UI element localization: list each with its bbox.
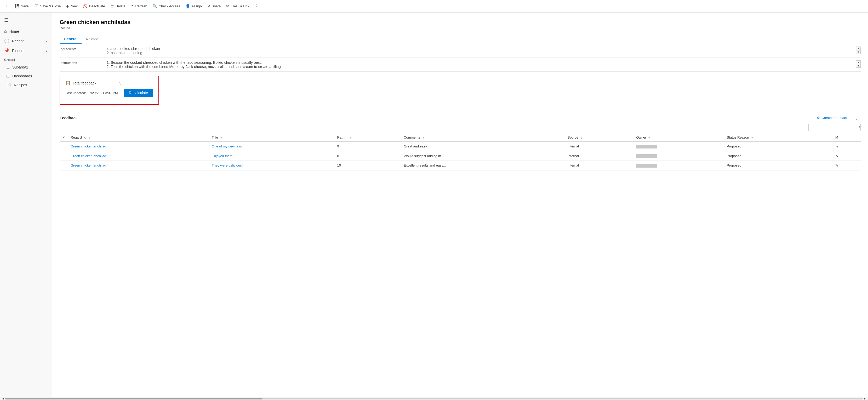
- subarea1-icon: ☰: [6, 65, 10, 69]
- back-button[interactable]: ←: [2, 2, 12, 10]
- check-access-label: Check Access: [159, 4, 180, 8]
- horizontal-scrollbar[interactable]: ◀ ▶: [0, 397, 868, 400]
- table-col-rating[interactable]: Rat... ↑ ∨: [335, 133, 401, 142]
- record-title: Green chicken enchiladas: [60, 19, 861, 26]
- table-col-regarding[interactable]: Regarding ∨: [68, 133, 209, 142]
- instructions-scroll-down-arrow[interactable]: ▼: [856, 64, 861, 68]
- more-options-button[interactable]: ⋮: [252, 2, 261, 11]
- ingredients-label: Ingredients: [60, 47, 107, 51]
- scroll-track[interactable]: [5, 398, 863, 399]
- comments-sort-icon: ∨: [422, 136, 424, 139]
- hamburger-button[interactable]: ☰: [0, 14, 52, 26]
- table-row: Green chicken enchilad One of my new fav…: [60, 142, 861, 151]
- table-header-row: ✓ Regarding ∨ Title ∨ Rat... ↑ ∨: [60, 133, 861, 142]
- instructions-text: 1. Season the cooked shredded chicken wi…: [107, 60, 281, 69]
- feedback-section-title: Feedback: [60, 116, 78, 120]
- save-close-button[interactable]: 📋 Save & Close: [31, 2, 64, 10]
- instructions-scroll-up-arrow[interactable]: ▲: [856, 60, 861, 64]
- instructions-label: Instructions: [60, 60, 107, 65]
- feedback-card-title: Total feedback: [73, 81, 96, 85]
- tab-general[interactable]: General: [60, 34, 82, 44]
- table-col-status-reason[interactable]: Status Reason ∨: [724, 133, 833, 142]
- sidebar-item-subarea1-label: Subarea1: [12, 65, 28, 69]
- table-col-comments[interactable]: Comments ∨: [401, 133, 565, 142]
- title-col-label: Title: [212, 135, 218, 140]
- table-col-source[interactable]: Source ∨: [565, 133, 634, 142]
- check-access-button[interactable]: 🔍 Check Access: [150, 2, 183, 10]
- sidebar-item-pinned-label: Pinned: [12, 49, 24, 53]
- sidebar: ☰ ⌂ Home 🕐 Recent ∨ 📌 Pinned ∨ Group1 ☰ …: [0, 12, 52, 397]
- scroll-right-button[interactable]: ▶: [863, 397, 867, 400]
- recent-icon: 🕐: [4, 38, 9, 43]
- sidebar-item-subarea1[interactable]: ☰ Subarea1: [0, 63, 52, 72]
- sidebar-item-recipes-label: Recipes: [14, 83, 27, 87]
- row1-owner: [633, 142, 724, 151]
- create-feedback-button[interactable]: ⚙ Create Feedback: [815, 115, 850, 121]
- owner-sort-icon: ∨: [648, 136, 650, 139]
- row2-title-link[interactable]: Enjoyed them: [212, 154, 233, 158]
- feedback-card-icon: 📋: [65, 81, 70, 86]
- ingredients-value: 4 cups cooked shredded chicken 2 tbsp ta…: [107, 47, 861, 55]
- create-feedback-label: Create Feedback: [822, 116, 847, 120]
- delete-button[interactable]: 🗑 Delete: [108, 2, 128, 10]
- scroll-left-button[interactable]: ◀: [1, 397, 5, 400]
- assign-button[interactable]: 👤 Assign: [183, 2, 205, 10]
- source-sort-icon: ∨: [581, 136, 582, 139]
- new-icon: ✚: [66, 4, 69, 9]
- row2-regarding-link[interactable]: Green chicken enchilad: [70, 154, 106, 158]
- row1-source: Internal: [565, 142, 634, 151]
- row3-regarding-link[interactable]: Green chicken enchilad: [70, 163, 106, 167]
- recalculate-button[interactable]: Recalculate: [124, 89, 153, 97]
- row2-m: 7/: [833, 151, 861, 161]
- table-row: Green chicken enchilad Enjoyed them 8 Wo…: [60, 151, 861, 161]
- row1-title-link[interactable]: One of my new favs: [212, 144, 242, 148]
- sidebar-item-recent[interactable]: 🕐 Recent ∨: [0, 36, 52, 46]
- instructions-scroll-arrows: ▲ ▼: [856, 60, 861, 68]
- deactivate-button[interactable]: 🚫 Deactivate: [80, 2, 107, 10]
- table-col-title[interactable]: Title ∨: [209, 133, 335, 142]
- feedback-count: 3: [119, 81, 121, 85]
- deactivate-icon: 🚫: [83, 4, 88, 9]
- sidebar-item-dashboards-label: Dashboards: [12, 74, 32, 78]
- recent-chevron-icon: ∨: [45, 39, 48, 43]
- row3-owner: [633, 161, 724, 171]
- row3-title-link[interactable]: They were delicious!: [212, 163, 243, 167]
- m-col-label: M: [835, 135, 838, 140]
- refresh-label: Refresh: [135, 4, 147, 8]
- email-link-label: Email a Link: [230, 4, 249, 8]
- row1-status-reason: Proposed: [724, 142, 833, 151]
- refresh-button[interactable]: ↺ Refresh: [128, 2, 150, 10]
- sidebar-item-pinned[interactable]: 📌 Pinned ∨: [0, 46, 52, 55]
- sidebar-item-recipes[interactable]: 📄 Recipes: [0, 81, 52, 89]
- tabs-container: General Related: [60, 34, 861, 44]
- row1-regarding: Green chicken enchilad: [68, 142, 209, 151]
- row1-m: 7/: [833, 142, 861, 151]
- home-icon: ⌂: [4, 29, 7, 34]
- share-button[interactable]: ↗ Share: [205, 2, 223, 10]
- form-section: Ingredients 4 cups cooked shredded chick…: [60, 44, 861, 72]
- owner-col-label: Owner: [636, 135, 646, 140]
- scroll-up-arrow[interactable]: ▲: [856, 47, 861, 50]
- assign-label: Assign: [192, 4, 202, 8]
- email-link-button[interactable]: ✉ Email a Link: [223, 2, 252, 10]
- scroll-down-arrow[interactable]: ▼: [856, 50, 861, 54]
- row2-check: [60, 151, 68, 161]
- sidebar-item-dashboards[interactable]: ⊞ Dashboards: [0, 72, 52, 81]
- row1-regarding-link[interactable]: Green chicken enchilad: [70, 144, 106, 148]
- new-button[interactable]: ✚ New: [63, 2, 80, 10]
- feedback-section: Feedback ⚙ Create Feedback ⋮ 🔍: [60, 111, 861, 171]
- save-button[interactable]: 💾 Save: [12, 2, 31, 10]
- share-icon: ↗: [207, 4, 211, 9]
- row2-rating: 8: [335, 151, 401, 161]
- table-col-check[interactable]: ✓: [60, 133, 68, 142]
- rating-sort-icons: ↑ ∨: [347, 136, 351, 139]
- record-subtitle: Recipe: [60, 26, 861, 30]
- feedback-card-header: 📋 Total feedback 3: [65, 81, 153, 86]
- table-col-owner[interactable]: Owner ∨: [633, 133, 724, 142]
- feedback-card: 📋 Total feedback 3 Last updated: 7/29/20…: [60, 76, 159, 105]
- sidebar-item-home[interactable]: ⌂ Home: [0, 27, 52, 36]
- feedback-more-button[interactable]: ⋮: [853, 114, 861, 122]
- search-input[interactable]: [809, 124, 857, 131]
- tab-related[interactable]: Related: [82, 34, 102, 44]
- search-button[interactable]: 🔍: [857, 124, 861, 131]
